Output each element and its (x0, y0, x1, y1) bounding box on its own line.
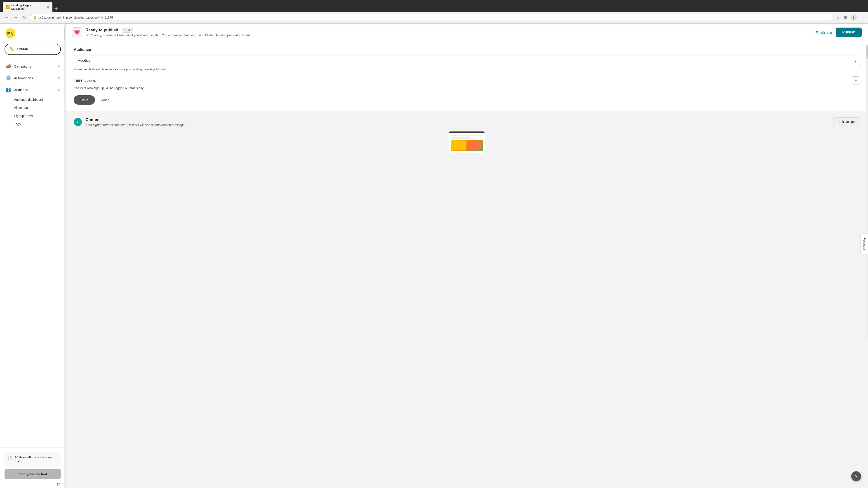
create-label: Create (17, 47, 28, 51)
back-button[interactable]: ← (3, 14, 10, 21)
edit-design-button[interactable]: Edit Design (833, 118, 860, 126)
menu-button[interactable]: ⋮ (859, 14, 865, 21)
preview-container (74, 131, 860, 153)
sidebar-logo: MC (0, 24, 65, 43)
sidebar-bottom: 🕐 90 days left to access a free trial. S… (0, 447, 65, 488)
check-icon: ✓ (74, 118, 82, 126)
app-layout: MC ✏️ Create 📣 Campaigns ∨ ⚙️ Automation… (0, 24, 868, 488)
trial-clock-icon: 🕐 (8, 456, 13, 461)
campaigns-icon: 📣 (5, 64, 11, 69)
publish-button[interactable]: Publish (836, 28, 862, 37)
main-scrollbar-thumb (866, 45, 868, 59)
sidebar-item-audience-dashboard[interactable]: Audience dashboard (14, 96, 65, 104)
sidebar-item-tags[interactable]: Tags (14, 120, 65, 128)
tags-label: Tags (74, 78, 82, 83)
url-text: us21.admin.mailchimp.com/landing-pages/e… (39, 16, 113, 19)
preview-image-block-2 (467, 141, 482, 150)
feedback-label: Feedback (863, 237, 866, 250)
audience-select-wrapper: Moodjoy ∨ (74, 56, 860, 65)
pencil-icon: ✏️ (9, 47, 14, 52)
active-tab[interactable]: M Landing Pages | Mailchimp ✕ (3, 2, 53, 12)
help-icon: ? (855, 474, 857, 479)
signup-forms-label: Signup forms (14, 114, 33, 118)
feedback-tab[interactable]: Feedback (861, 234, 868, 254)
extensions-button[interactable]: ⊞ (843, 14, 848, 21)
tags-note: Contacts who sign up will be tagged auto… (74, 86, 860, 90)
tags-label: Tags (14, 122, 21, 126)
audience-section-label: Audience (74, 47, 860, 52)
sidebar-scrollbar-track (64, 24, 65, 488)
preview-line-2 (451, 137, 470, 139)
refresh-button[interactable]: ↻ (21, 14, 27, 21)
preview-image-block-1 (452, 141, 466, 150)
create-button[interactable]: ✏️ Create (4, 43, 61, 55)
audience-chevron-icon: ∧ (58, 88, 60, 92)
bookmark-button[interactable]: ☆ (835, 14, 841, 21)
sidebar-collapse-button[interactable]: ⊟ (4, 482, 61, 487)
help-button[interactable]: ? (851, 471, 861, 481)
cancel-button[interactable]: Cancel (100, 98, 110, 102)
audience-label: Audience (14, 88, 28, 92)
nav-actions: ☆ ⊞ S ⋮ (835, 14, 865, 21)
preview-image (451, 140, 483, 151)
audience-form-section: Audience Moodjoy ∨ You're unable to swit… (66, 41, 868, 111)
forward-button[interactable]: → (12, 14, 19, 21)
tags-optional: (optional) (84, 78, 98, 82)
lock-icon: 🔒 (33, 15, 37, 19)
trial-banner: 🕐 90 days left to access a free trial. (4, 452, 61, 466)
tags-row: Tags (optional) + (74, 76, 860, 85)
browser-nav: ← → ↻ 🔒 us21.admin.mailchimp.com/landing… (0, 12, 868, 23)
all-contacts-label: All contacts (14, 106, 30, 109)
sidebar-item-campaigns[interactable]: 📣 Campaigns ∨ (0, 60, 65, 72)
finish-later-button[interactable]: Finish later (816, 31, 832, 34)
audience-dashboard-label: Audience dashboard (14, 98, 43, 101)
preview-body (449, 133, 485, 153)
banner-text: Ready to publish! Draft Don't worry, no … (86, 28, 812, 37)
browser-chrome: M Landing Pages | Mailchimp ✕ + (0, 0, 868, 12)
sidebar: MC ✏️ Create 📣 Campaigns ∨ ⚙️ Automation… (0, 24, 66, 488)
automations-chevron-icon: ∨ (58, 76, 60, 80)
trial-text: 90 days left to access a free trial. (15, 455, 58, 463)
tab-close-button[interactable]: ✕ (46, 5, 49, 9)
svg-text:MC: MC (7, 31, 13, 35)
add-tag-button[interactable]: + (852, 76, 860, 85)
main-content: 💗 Ready to publish! Draft Don't worry, n… (66, 24, 868, 488)
tab-favicon: M (6, 5, 9, 9)
collapse-icon: ⊟ (57, 482, 61, 487)
audience-note: You're unable to switch audiences once y… (74, 68, 860, 71)
main-scrollbar-track (866, 45, 868, 338)
tags-heading: Tags (optional) (74, 78, 97, 83)
campaigns-label: Campaigns (14, 64, 31, 68)
publish-banner: 💗 Ready to publish! Draft Don't worry, n… (66, 24, 868, 41)
save-button[interactable]: Save (74, 95, 95, 105)
url-bar[interactable]: 🔒 us21.admin.mailchimp.com/landing-pages… (30, 14, 833, 21)
tab-label: Landing Pages | Mailchimp (11, 4, 44, 10)
audience-submenu: Audience dashboard All contacts Signup f… (0, 96, 65, 128)
preview-header (449, 131, 485, 133)
content-text: Content After signup form is submitted, … (86, 118, 830, 127)
start-free-trial-button[interactable]: Start your free trial (4, 469, 61, 479)
sidebar-item-audience[interactable]: 👥 Audience ∧ (0, 84, 65, 96)
banner-actions: Finish later Publish (816, 28, 862, 37)
automations-label: Automations (14, 76, 33, 80)
sidebar-scrollbar-thumb (64, 28, 65, 39)
draft-badge: Draft (122, 28, 133, 33)
banner-heart-icon: 💗 (72, 27, 82, 37)
form-actions: Save Cancel (74, 95, 860, 105)
preview-line-1 (451, 135, 483, 136)
audience-icon: 👥 (5, 87, 11, 92)
content-subtitle: After signup form is submitted, visitors… (86, 123, 830, 127)
mailchimp-logo-icon: MC (5, 28, 16, 38)
sidebar-item-all-contacts[interactable]: All contacts (14, 104, 65, 112)
incognito-badge[interactable]: S (850, 14, 857, 21)
sidebar-item-signup-forms[interactable]: Signup forms (14, 112, 65, 120)
content-section: ✓ Content After signup form is submitted… (66, 111, 868, 159)
content-preview-card (449, 131, 485, 153)
automations-icon: ⚙️ (5, 75, 11, 80)
sidebar-item-automations[interactable]: ⚙️ Automations ∨ (0, 72, 65, 84)
content-title: Content (86, 118, 830, 122)
new-tab-button[interactable]: + (53, 5, 60, 12)
audience-select[interactable]: Moodjoy (74, 56, 860, 65)
campaigns-chevron-icon: ∨ (58, 64, 60, 68)
banner-title: Ready to publish! Draft (86, 28, 812, 33)
